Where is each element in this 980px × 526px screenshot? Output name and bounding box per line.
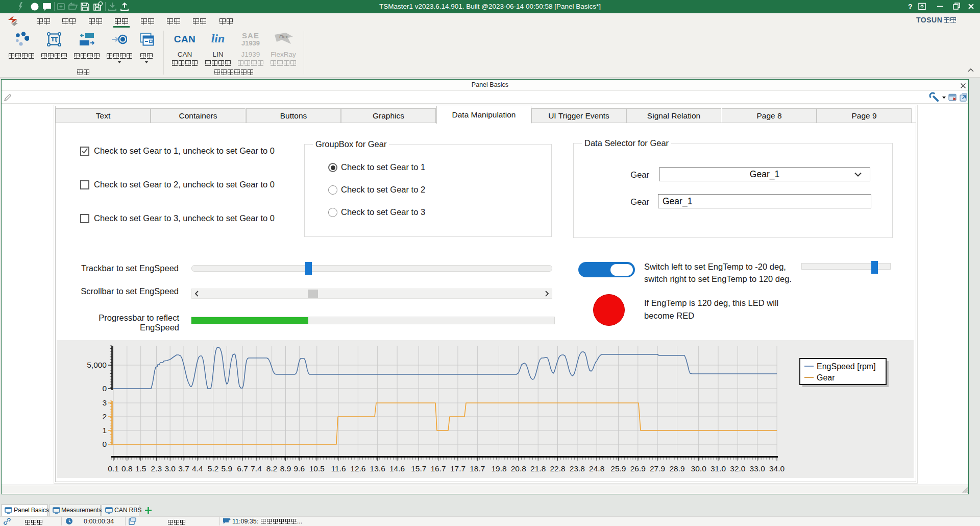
svg-text:1.5: 1.5 [135,464,146,473]
svg-text:9.6: 9.6 [294,464,305,473]
svg-text:30.0: 30.0 [691,464,707,473]
svg-text:0.1: 0.1 [108,464,119,473]
svg-text:26.9: 26.9 [630,464,646,473]
svg-text:14.6: 14.6 [389,464,405,473]
svg-text:20.8: 20.8 [511,464,526,473]
svg-text:18.7: 18.7 [470,464,485,473]
svg-text:17.7: 17.7 [450,464,465,473]
svg-text:22.8: 22.8 [550,464,565,473]
svg-text:12.6: 12.6 [350,464,365,473]
svg-text:0: 0 [102,440,107,448]
svg-text:7.4: 7.4 [251,464,262,473]
svg-text:Gear: Gear [817,373,835,382]
svg-text:4.4: 4.4 [192,464,203,473]
svg-text:15.7: 15.7 [411,464,426,473]
svg-text:24.8: 24.8 [589,464,604,473]
svg-text:Flex: Flex [279,34,288,39]
svg-text:23.8: 23.8 [570,464,585,473]
svg-text:34.0: 34.0 [769,464,785,473]
svg-text:3: 3 [102,398,107,407]
svg-text:2: 2 [102,412,107,421]
svg-text:EngSpeed [rpm]: EngSpeed [rpm] [817,362,876,371]
svg-text:33.0: 33.0 [750,464,766,473]
svg-text:0: 0 [102,384,107,393]
svg-text:?: ? [908,3,913,11]
svg-text:27.9: 27.9 [650,464,665,473]
svg-text:8.9: 8.9 [280,464,291,473]
svg-text:10.5: 10.5 [309,464,325,473]
svg-text:16.7: 16.7 [431,464,446,473]
svg-text:3.0: 3.0 [164,464,176,473]
svg-text:8.2: 8.2 [266,464,278,473]
svg-text:0.8: 0.8 [121,464,133,473]
svg-text:32.0: 32.0 [730,464,746,473]
svg-text:5.9: 5.9 [222,464,233,473]
svg-text:21.8: 21.8 [530,464,546,473]
svg-text:6.7: 6.7 [237,464,248,473]
svg-text:25.9: 25.9 [610,464,626,473]
svg-text:5,000: 5,000 [87,361,107,369]
svg-text:11.6: 11.6 [331,464,346,473]
svg-text:1: 1 [102,426,107,435]
svg-text:3.7: 3.7 [178,464,189,473]
svg-text:13.6: 13.6 [370,464,385,473]
svg-text:5.2: 5.2 [208,464,219,473]
svg-text:31.0: 31.0 [710,464,726,473]
svg-text:19.8: 19.8 [491,464,506,473]
svg-text:2.3: 2.3 [151,464,162,473]
svg-text:28.9: 28.9 [669,464,684,473]
